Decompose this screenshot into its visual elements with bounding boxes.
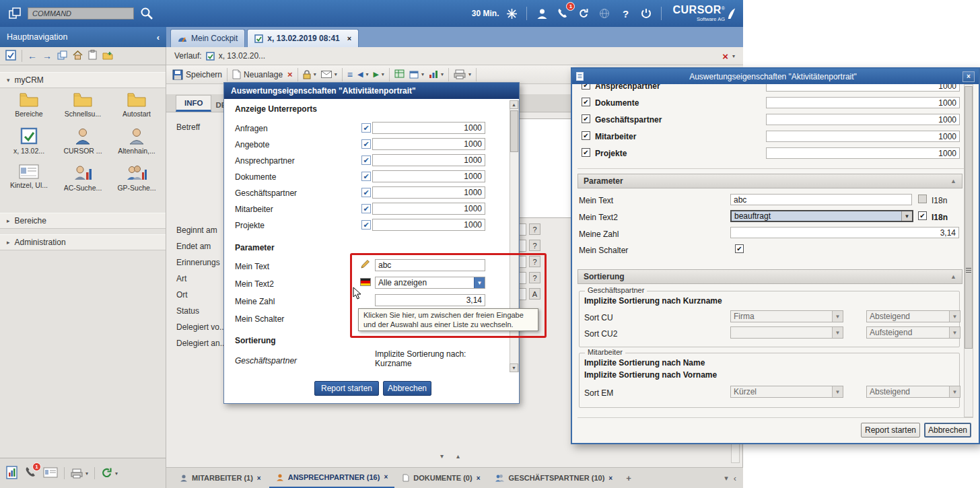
nav-previous-button[interactable]: ◀▾ (357, 70, 368, 79)
mitarbeiter-checkbox[interactable] (582, 131, 590, 140)
projekte-checkbox[interactable] (582, 148, 590, 157)
sort-cu2-select[interactable]: ▼ (730, 326, 843, 339)
print-button[interactable]: ▾ (454, 69, 471, 79)
section-mycrm[interactable]: ▾ myCRM (0, 72, 166, 88)
close-tab-icon[interactable]: × (608, 475, 612, 482)
lock-button[interactable]: ▾ (303, 70, 316, 79)
close-tab-icon[interactable]: × (384, 473, 388, 481)
mail-button[interactable]: ▾ (321, 71, 337, 78)
i18n-checkbox[interactable] (918, 195, 927, 203)
home-icon[interactable] (73, 50, 83, 62)
report-start-button[interactable]: Report starten (314, 381, 379, 396)
dropdown-icon[interactable]: ▼ (949, 386, 960, 397)
sort-em-direction-select[interactable]: Absteigend▼ (866, 386, 960, 398)
report-icon[interactable] (6, 466, 18, 481)
search-icon[interactable] (139, 5, 155, 22)
dropdown-icon[interactable]: ▼ (832, 386, 843, 397)
shortcut-autostart[interactable]: Autostart (110, 90, 164, 120)
mitarbeiter-count-input[interactable]: 1000 (766, 131, 960, 142)
angebote-checkbox[interactable] (361, 139, 371, 149)
print-button[interactable]: ▾ (71, 468, 88, 479)
expand-side-icon[interactable]: ‹ (734, 473, 736, 483)
redo-icon[interactable] (575, 5, 592, 22)
dropdown-icon[interactable]: ▼ (949, 327, 960, 338)
anfragen-checkbox[interactable] (361, 123, 371, 133)
sort-cu-select[interactable]: Firma▼ (730, 310, 843, 322)
dialog-titlebar[interactable]: Auswertungseigenschaften "Aktivitätenpor… (224, 83, 519, 99)
dropdown-icon[interactable]: ▼ (832, 311, 843, 322)
shortcut-gp-suche[interactable]: GP-Suche... (110, 162, 164, 194)
chart-button[interactable]: ▾ (429, 70, 444, 79)
parameter-section-header[interactable]: Parameter ▲ (578, 174, 963, 188)
projekte-count-input[interactable]: 1000 (372, 219, 485, 231)
mein-schalter-checkbox[interactable] (735, 244, 744, 253)
close-tab-icon[interactable]: × (477, 475, 481, 482)
globe-icon[interactable] (596, 5, 612, 22)
close-tab-icon[interactable]: × (347, 34, 351, 42)
dokumente-count-input[interactable]: 1000 (766, 97, 960, 108)
tab-dokumente[interactable]: DOKUMENTE (0) × (396, 468, 487, 488)
shortcut-termin[interactable]: x, 13.02... (2, 125, 56, 157)
delete-icon[interactable]: × (287, 69, 293, 79)
shortcut-cursor-person[interactable]: CURSOR ... (56, 125, 110, 157)
scroll-up-icon[interactable]: ▲ (510, 100, 518, 109)
close-tab-icon[interactable]: × (257, 475, 261, 482)
run-button[interactable]: ▶▾ (373, 70, 384, 79)
meine-zahl-input[interactable]: 3,14 (730, 227, 959, 238)
cancel-button[interactable]: Abbrechen (924, 423, 971, 438)
tab-mein-cockpit[interactable]: Mein Cockpit (170, 29, 245, 47)
geschaeftspartner-count-input[interactable]: 1000 (372, 186, 485, 199)
copy-window-icon[interactable] (57, 50, 67, 62)
tab-mitarbeiter[interactable]: MITARBEITER (1) × (173, 468, 268, 488)
dropdown-icon[interactable]: ▼ (832, 327, 843, 338)
collapse-panel-icon[interactable]: ▾ (724, 474, 728, 483)
date-help-button[interactable]: ? (529, 223, 540, 235)
splitter-grip[interactable] (966, 268, 971, 273)
session-refresh-icon[interactable] (503, 5, 520, 22)
tab-ansprechpartner[interactable]: ANSPRECHPARTNER (16) × (269, 468, 395, 488)
power-icon[interactable] (638, 5, 654, 22)
mein-text-input[interactable]: abc (730, 194, 912, 205)
command-input[interactable] (28, 7, 134, 20)
shortcut-altenhain[interactable]: Altenhain,... (110, 125, 164, 157)
help-icon[interactable]: ? (617, 5, 633, 22)
window-titlebar[interactable]: Auswertungseigenschaften "Aktivitätenpor… (572, 69, 979, 84)
new-record-button[interactable]: Neuanlage (232, 69, 283, 79)
i18n-checkbox[interactable] (918, 211, 927, 220)
shortcut-schnellsuche[interactable]: Schnellsu... (56, 90, 110, 120)
mitarbeiter-checkbox[interactable] (361, 204, 371, 213)
section-administration[interactable]: ▸ Administration (0, 234, 166, 250)
report-start-button[interactable]: Report starten (861, 423, 920, 438)
add-tab-button[interactable]: + (621, 473, 637, 483)
dokumente-checkbox[interactable] (582, 98, 590, 106)
anfragen-count-input[interactable]: 1000 (372, 122, 485, 134)
shortcut-kintzel[interactable]: Kintzel, Ul... (2, 162, 56, 194)
calendar-button[interactable]: ▾ (409, 70, 424, 79)
shortcut-bereiche[interactable]: Bereiche (2, 90, 56, 120)
date-help-button[interactable]: ? (529, 240, 540, 251)
clipboard-icon[interactable] (88, 50, 97, 62)
dokumente-checkbox[interactable] (361, 172, 371, 181)
mitarbeiter-count-input[interactable]: 1000 (372, 203, 485, 215)
scroll-down-icon[interactable]: ▼ (510, 363, 518, 372)
cancel-button[interactable]: Abbrechen (383, 381, 431, 396)
mein-text2-select[interactable]: beauftragt ▼ (730, 210, 913, 222)
phone-icon[interactable]: 1 (555, 5, 571, 22)
back-icon[interactable]: ← (28, 51, 37, 61)
export-table-icon[interactable] (394, 69, 405, 80)
geschaeftspartner-checkbox[interactable] (361, 188, 371, 197)
sort-cu-direction-select[interactable]: Absteigend▼ (866, 310, 960, 322)
verlauf-item[interactable]: x, 13.02.20... (219, 51, 265, 61)
user-icon[interactable] (534, 5, 550, 22)
new-folder-icon[interactable] (102, 50, 113, 62)
sort-cu2-direction-select[interactable]: Aufsteigend▼ (866, 326, 960, 339)
tab-info[interactable]: INFO (176, 95, 211, 112)
geschaeftspartner-checkbox[interactable] (582, 114, 590, 123)
shortcut-ac-suche[interactable]: AC-Suche... (56, 162, 110, 194)
collapse-up-icon[interactable]: ▴ (456, 452, 460, 460)
ansprechpartner-count-input[interactable]: 1000 (372, 154, 485, 166)
phone-icon[interactable]: 1 (24, 466, 37, 481)
dialog-scrollbar-thumb[interactable] (510, 110, 518, 152)
save-button[interactable]: Speichern (172, 69, 222, 80)
dropdown-icon[interactable]: ▼ (949, 311, 960, 322)
